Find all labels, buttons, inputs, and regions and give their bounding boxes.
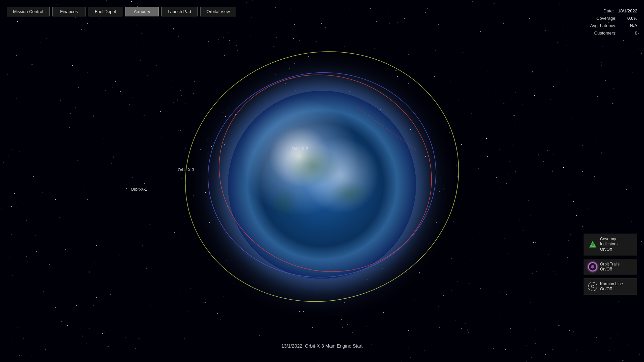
orbit-trails-button[interactable]: Orbit TrailsOn/Off (584, 259, 637, 275)
karman-line-button[interactable]: Karman LineOn/Off (584, 279, 637, 295)
nav-fuel-depot[interactable]: Fuel Depot (89, 7, 123, 16)
date-value: 18/1/2022 (618, 7, 637, 15)
karman-line-label: Karman LineOn/Off (600, 282, 623, 292)
coverage-btn-label: CoverageIndicatorsOn/Off (600, 237, 618, 252)
orbital-scene: Orbit-X-1 Orbit-X-2 Orbit-X-3 (0, 0, 644, 362)
right-controls-panel: CoverageIndicatorsOn/Off Orbit TrailsOn/… (584, 234, 637, 295)
stats-panel: Date: 18/1/2022 Coverage: 0.0% Avg. Late… (590, 7, 637, 37)
nav-bar: Mission Control Finances Fuel Depot Armo… (7, 7, 236, 16)
status-text: 13/1/2022: Orbit-X-3 Main Engine Start (281, 343, 363, 349)
nav-launch-pad[interactable]: Launch Pad (161, 7, 197, 16)
orbit-trails-icon (588, 262, 597, 272)
karman-line-icon (588, 282, 597, 291)
status-message: 13/1/2022: Orbit-X-3 Main Engine Start (281, 343, 363, 349)
earth-globe (228, 91, 416, 279)
latency-label: Avg. Latency: (590, 22, 616, 29)
latency-value: N/A (621, 22, 637, 29)
date-label: Date: (603, 7, 614, 15)
orbit-x2-label: Orbit-X-2 (292, 146, 308, 151)
orbit-trails-label: Orbit TrailsOn/Off (600, 262, 620, 272)
orbit-x1-label: Orbit-X-1 (131, 187, 147, 192)
coverage-label: Coverage: (596, 15, 616, 22)
coverage-indicators-button[interactable]: CoverageIndicatorsOn/Off (584, 234, 637, 255)
nav-armoury[interactable]: Armoury (125, 7, 159, 16)
nav-mission-control[interactable]: Mission Control (7, 7, 50, 16)
earth-sphere (228, 91, 416, 279)
coverage-icon (588, 240, 597, 249)
coverage-triangle-icon (588, 240, 597, 249)
svg-point-5 (591, 243, 594, 246)
nav-finances[interactable]: Finances (52, 7, 86, 16)
customers-label: Customers: (594, 29, 616, 37)
customers-value: 0 (621, 29, 637, 37)
orbit-x3-label: Orbit-X-3 (178, 168, 194, 172)
coverage-value: 0.0% (621, 15, 637, 22)
nav-orbital-view[interactable]: Orbital View (200, 7, 236, 16)
